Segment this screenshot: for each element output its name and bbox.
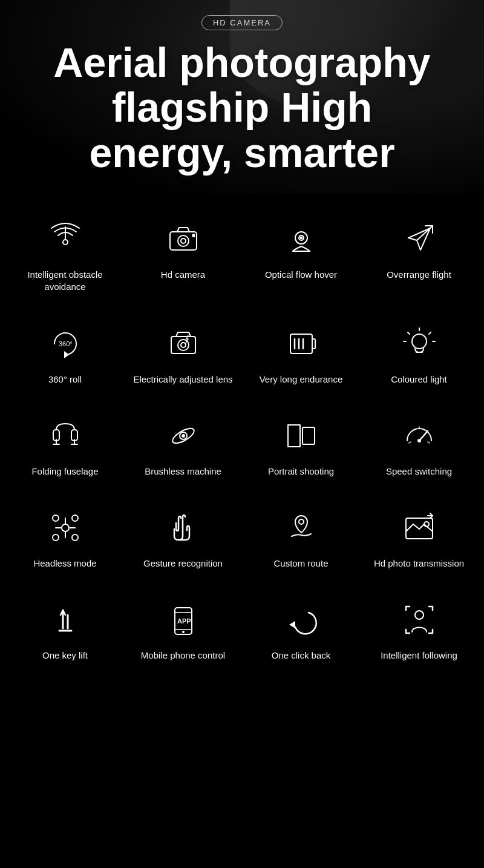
route-icon [280,507,322,549]
feature-custom-route: Custom route [242,495,360,587]
feature-label: Overrange flight [387,269,451,281]
hero-title: Aerial photographyflagship Highenergy, s… [53,40,430,176]
feature-gesture-recognition: Gesture recognition [124,495,242,587]
feature-label: Brushless machine [145,465,221,478]
svg-line-11 [428,226,433,231]
light-icon [398,323,440,365]
feature-label: Electrically adjusted lens [133,373,232,386]
svg-rect-38 [288,425,300,447]
feature-label: Very long endurance [260,373,343,386]
feature-electrically-adjusted-lens: Electrically adjusted lens [124,311,242,403]
svg-point-54 [53,534,59,541]
adj-lens-icon [162,323,204,365]
svg-point-55 [72,534,78,541]
feature-label: Folding fuselage [31,465,98,478]
svg-marker-12 [64,351,69,358]
svg-rect-18 [312,339,315,349]
feature-overrange-flight: Overrange flight [360,206,478,311]
feature-hd-photo-transmission: Hd photo transmission [360,495,478,587]
svg-text:360°: 360° [59,340,73,347]
svg-line-27 [408,332,410,334]
feature-intelligent-obstacle-avoidance: Intelligent obstacle avoidance [6,206,124,311]
feature-label: Gesture recognition [143,557,223,570]
hero-badge: HD CAMERA [201,15,283,30]
svg-point-22 [412,334,427,349]
optical-flow-icon [280,218,322,260]
feature-portrait-shooting: Portrait shooting [242,403,360,495]
feature-mobile-phone-control: APP Mobile phone control [124,587,242,679]
camera-icon [162,218,204,260]
svg-point-52 [53,515,59,521]
feature-label: One click back [272,649,331,662]
feature-label: One key lift [42,649,88,662]
svg-text:APP: APP [177,617,191,625]
lift-icon [44,599,87,641]
speed-icon [398,415,440,457]
gesture-icon [162,507,204,549]
svg-point-8 [300,237,302,239]
svg-line-25 [429,332,431,334]
svg-point-43 [417,439,421,442]
svg-rect-17 [290,334,312,353]
feature-very-long-endurance: Very long endurance [242,311,360,403]
feature-brushless-machine: Brushless machine [124,403,242,495]
overrange-icon [398,218,440,260]
folding-icon [44,415,87,457]
svg-marker-70 [289,621,295,628]
feature-label: Portrait shooting [268,465,334,478]
svg-line-46 [428,442,430,443]
svg-point-16 [181,343,186,347]
headless-icon [44,507,87,549]
svg-line-44 [409,442,411,443]
svg-point-56 [299,519,304,524]
svg-point-3 [178,235,189,246]
feature-label: Speed switching [386,465,452,478]
hero-section: HD CAMERA Aerial photographyflagship Hig… [0,0,484,194]
feature-one-click-back: One click back [242,587,360,679]
feature-360-roll: 360° 360° roll [6,311,124,403]
svg-rect-39 [302,427,315,444]
feature-label: Hd camera [161,269,205,281]
feature-coloured-light: Coloured light [360,311,478,403]
feature-label: 360° roll [48,373,82,386]
photo-trans-icon [398,507,440,549]
svg-point-71 [415,611,424,619]
feature-label: Custom route [273,557,328,570]
svg-point-37 [182,435,185,437]
svg-point-69 [182,631,185,633]
feature-label: Mobile phone control [141,649,225,662]
feature-label: Headless mode [33,557,96,570]
portrait-icon [280,415,322,457]
feature-hd-camera: Hd camera [124,206,242,311]
feature-label: Optical flow hover [265,269,337,281]
feature-intelligent-following: Intelligent following [360,587,478,679]
feature-label: Intelligent obstacle avoidance [11,269,119,294]
brushless-icon [162,415,204,457]
obstacle-icon [44,218,87,260]
feature-one-key-lift: One key lift [6,587,124,679]
back-icon [280,599,322,641]
svg-line-42 [419,431,428,441]
following-icon [398,599,440,641]
endurance-icon [280,323,322,365]
feature-label: Hd photo transmission [374,557,464,570]
features-grid: Intelligent obstacle avoidance Hd camera [0,194,484,691]
svg-point-47 [62,524,69,531]
feature-label: Coloured light [391,373,447,386]
svg-point-53 [72,515,78,521]
feature-folding-fuselage: Folding fuselage [6,403,124,495]
svg-point-0 [63,240,68,245]
mobile-icon: APP [162,599,204,641]
feature-speed-switching: Speed switching [360,403,478,495]
feature-label: Intelligent following [381,649,457,662]
feature-optical-flow-hover: Optical flow hover [242,206,360,311]
roll-icon: 360° [44,323,87,365]
svg-point-4 [181,238,186,243]
feature-headless-mode: Headless mode [6,495,124,587]
svg-point-5 [192,234,195,237]
